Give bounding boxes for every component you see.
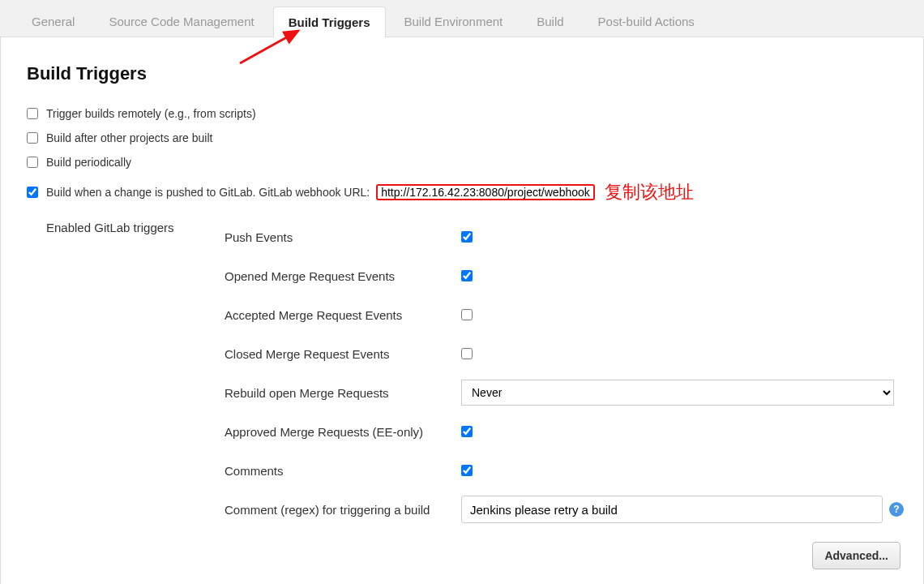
gitlab-triggers-group-label: Enabled GitLab triggers — [46, 217, 225, 573]
tab-build[interactable]: Build — [521, 6, 579, 36]
gitlab-triggers-options: Push Events Opened Merge Request Events … — [225, 217, 907, 573]
tab-post-build[interactable]: Post-build Actions — [583, 6, 710, 36]
approved-mr-label: Approved Merge Requests (EE-only) — [225, 425, 461, 439]
rebuild-open-mr-select[interactable]: Never — [461, 380, 894, 406]
rebuild-open-mr-label: Rebuild open Merge Requests — [225, 386, 461, 400]
trigger-gitlab-label-text: Build when a change is pushed to GitLab.… — [46, 186, 373, 199]
accepted-mr-row: Accepted Merge Request Events — [225, 295, 907, 334]
closed-mr-label: Closed Merge Request Events — [225, 347, 461, 361]
opened-mr-label: Opened Merge Request Events — [225, 269, 461, 283]
trigger-periodic-row: Build periodically — [17, 152, 907, 177]
rebuild-open-mr-row: Rebuild open Merge Requests Never — [225, 373, 907, 412]
gitlab-webhook-url: http://172.16.42.23:8080/project/webhook — [376, 184, 595, 200]
push-events-checkbox[interactable] — [461, 231, 473, 243]
closed-mr-checkbox[interactable] — [461, 348, 473, 359]
comments-label: Comments — [225, 464, 461, 478]
push-events-row: Push Events — [225, 217, 907, 256]
trigger-periodic-checkbox[interactable] — [27, 157, 38, 168]
tab-build-triggers[interactable]: Build Triggers — [273, 6, 386, 37]
gitlab-triggers-group: Enabled GitLab triggers Push Events Open… — [46, 217, 907, 573]
comments-checkbox[interactable] — [461, 465, 473, 476]
comment-regex-label: Comment (regex) for triggering a build — [225, 503, 461, 517]
tab-build-env[interactable]: Build Environment — [389, 6, 519, 36]
comment-regex-row: Comment (regex) for triggering a build ? — [225, 490, 907, 529]
comment-regex-input[interactable] — [461, 496, 883, 523]
trigger-after-projects-label: Build after other projects are built — [46, 131, 212, 144]
trigger-after-projects-checkbox[interactable] — [27, 132, 38, 144]
approved-mr-checkbox[interactable] — [461, 426, 473, 437]
config-tabs: General Source Code Management Build Tri… — [0, 0, 924, 37]
closed-mr-row: Closed Merge Request Events — [225, 334, 907, 373]
section-content: Build Triggers Trigger builds remotely (… — [0, 37, 924, 584]
trigger-gitlab-row: Build when a change is pushed to GitLab.… — [17, 177, 907, 213]
opened-mr-row: Opened Merge Request Events — [225, 256, 907, 295]
advanced-row: Advanced... — [225, 529, 907, 573]
comments-row: Comments — [225, 451, 907, 490]
annotation-copy-url: 复制该地址 — [605, 180, 694, 204]
trigger-remote-row: Trigger builds remotely (e.g., from scri… — [17, 104, 907, 128]
trigger-gitlab-label: Build when a change is pushed to GitLab.… — [46, 186, 595, 199]
tab-scm[interactable]: Source Code Management — [93, 6, 269, 36]
push-events-label: Push Events — [225, 230, 461, 244]
trigger-remote-checkbox[interactable] — [27, 108, 38, 119]
help-icon[interactable]: ? — [889, 502, 904, 517]
trigger-remote-label: Trigger builds remotely (e.g., from scri… — [46, 107, 256, 120]
advanced-button[interactable]: Advanced... — [812, 542, 900, 569]
opened-mr-checkbox[interactable] — [461, 270, 473, 281]
accepted-mr-checkbox[interactable] — [461, 309, 473, 320]
section-title: Build Triggers — [27, 63, 907, 84]
approved-mr-row: Approved Merge Requests (EE-only) — [225, 412, 907, 451]
trigger-periodic-label: Build periodically — [46, 156, 131, 169]
accepted-mr-label: Accepted Merge Request Events — [225, 308, 461, 322]
tab-general[interactable]: General — [16, 6, 90, 36]
trigger-after-projects-row: Build after other projects are built — [17, 128, 907, 152]
trigger-gitlab-checkbox[interactable] — [27, 187, 38, 198]
